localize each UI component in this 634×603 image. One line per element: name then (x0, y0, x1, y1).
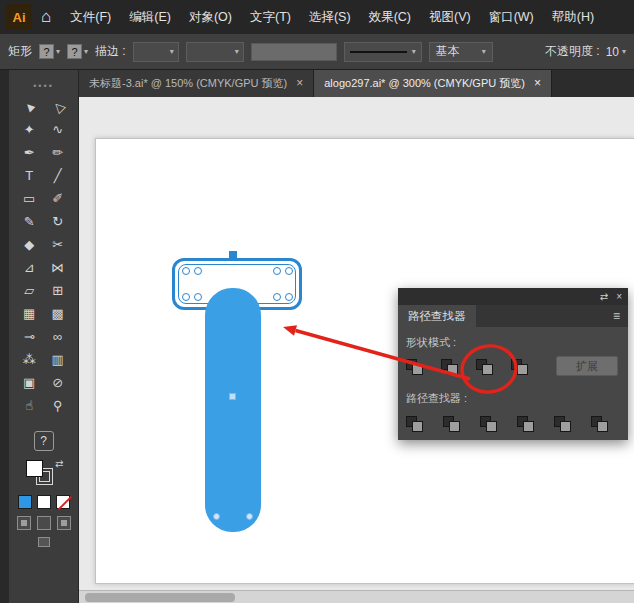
bottom-left-anchor[interactable] (213, 513, 220, 520)
outline-button[interactable] (554, 416, 576, 436)
object-menu[interactable]: 对象(O) (180, 0, 241, 34)
close-icon[interactable]: × (616, 292, 622, 302)
stroke-weight-select[interactable]: ▾ (133, 42, 179, 62)
intersect-button[interactable] (476, 359, 498, 379)
toolbar-grip[interactable]: •••• (33, 81, 54, 93)
eyedropper-tool[interactable]: ⊸ (15, 325, 44, 348)
document-tab-title[interactable]: 未标题-3.ai* @ 150% (CMYK/GPU 预览) (89, 76, 287, 91)
stroke-color-picker[interactable]: ? ▾ (67, 44, 88, 59)
corner-anchor[interactable] (273, 267, 281, 275)
hand-tool[interactable]: ☝ (15, 394, 44, 417)
fill-proxy[interactable] (26, 460, 43, 477)
merge-button[interactable] (480, 416, 502, 436)
fill-swatch[interactable]: ? (39, 44, 54, 59)
symbol-sprayer-tool[interactable]: ⁂ (15, 348, 44, 371)
draw-behind-button[interactable] (37, 516, 51, 530)
exclude-button[interactable] (511, 359, 533, 379)
color-button[interactable] (18, 495, 32, 509)
help-menu[interactable]: 帮助(H) (543, 0, 603, 34)
gradient-tool[interactable]: ▩ (44, 302, 73, 325)
bottom-right-anchor[interactable] (246, 513, 253, 520)
perspective-grid-tool[interactable]: ⊞ (44, 279, 73, 302)
shape-builder-tool[interactable]: ▱ (15, 279, 44, 302)
pen-tool[interactable]: ✒ (15, 141, 44, 164)
corner-anchor[interactable] (182, 267, 190, 275)
brush-definition-select[interactable]: ▾ (344, 42, 422, 62)
eraser-tool[interactable]: ◆ (15, 233, 44, 256)
illustrator-logo[interactable]: Ai (6, 4, 32, 30)
line-segment-tool[interactable]: ╱ (44, 164, 73, 187)
graphic-style-select[interactable]: 基本 ▾ (429, 42, 493, 62)
opacity-value[interactable]: 10 (606, 45, 619, 59)
fill-color-picker[interactable]: ? ▾ (39, 44, 60, 59)
slice-tool[interactable]: ⊘ (44, 371, 73, 394)
scrollbar-thumb[interactable] (85, 593, 235, 602)
panel-menu-icon[interactable]: ≡ (613, 309, 620, 323)
unite-button[interactable] (406, 359, 428, 379)
stroke-swatch[interactable]: ? (67, 44, 82, 59)
minus-back-button[interactable] (591, 416, 613, 436)
view-menu[interactable]: 视图(V) (420, 0, 480, 34)
center-anchor[interactable] (229, 393, 236, 400)
scissors-tool[interactable]: ✂ (44, 233, 73, 256)
overlap-squares-icon (523, 421, 534, 432)
vertical-rounded-bar[interactable] (205, 288, 261, 532)
chevron-down-icon[interactable]: ▾ (84, 47, 88, 56)
crop-button[interactable] (517, 416, 539, 436)
selection-tool[interactable]: ▲ (15, 95, 44, 118)
draw-normal-button[interactable] (17, 516, 31, 530)
trim-button[interactable] (443, 416, 465, 436)
width-tool[interactable]: ⋈ (44, 256, 73, 279)
variable-width-profile-select[interactable]: ▾ (186, 42, 244, 62)
document-tab-title[interactable]: alogo297.ai* @ 300% (CMYK/GPU 预览) (324, 76, 525, 91)
corner-anchor[interactable] (273, 293, 281, 301)
artboard-tool[interactable]: ▣ (15, 371, 44, 394)
none-button[interactable] (56, 495, 70, 509)
column-graph-tool[interactable]: ▥ (44, 348, 73, 371)
window-menu[interactable]: 窗口(W) (480, 0, 543, 34)
divide-button[interactable] (406, 416, 428, 436)
horizontal-scrollbar[interactable] (79, 590, 634, 603)
paintbrush-tool[interactable]: ✐ (44, 187, 73, 210)
screen-mode-button[interactable] (38, 537, 50, 547)
gradient-button[interactable] (37, 495, 51, 509)
document-tab-alogo297[interactable]: alogo297.ai* @ 300% (CMYK/GPU 预览) × (314, 69, 552, 97)
minus-front-button[interactable] (441, 359, 463, 379)
fill-stroke-indicator[interactable]: ⇄ (24, 458, 64, 488)
lasso-tool[interactable]: ∿ (44, 118, 73, 141)
corner-anchor[interactable] (285, 267, 293, 275)
swap-fill-stroke-icon[interactable]: ⇄ (55, 458, 63, 469)
type-tool[interactable]: T (15, 164, 44, 187)
mesh-tool[interactable]: ▦ (15, 302, 44, 325)
document-tab-untitled[interactable]: 未标题-3.ai* @ 150% (CMYK/GPU 预览) × (79, 69, 314, 97)
help-placeholder-icon[interactable]: ? (34, 431, 54, 451)
close-icon[interactable]: × (534, 76, 541, 90)
corner-anchor[interactable] (194, 267, 202, 275)
draw-inside-button[interactable] (57, 516, 71, 530)
scale-tool[interactable]: ⊿ (15, 256, 44, 279)
zoom-tool[interactable]: ⚲ (44, 394, 73, 417)
blend-tool[interactable]: ∞ (44, 325, 73, 348)
type-menu[interactable]: 文字(T) (241, 0, 300, 34)
pathfinder-tab[interactable]: 路径查找器 (398, 305, 476, 327)
opacity-select[interactable]: 10 ▾ (606, 45, 626, 59)
effect-menu[interactable]: 效果(C) (360, 0, 420, 34)
rectangle-tool[interactable]: ▭ (15, 187, 44, 210)
corner-anchor[interactable] (194, 293, 202, 301)
collapse-panel-icon[interactable]: ⇄ (600, 292, 608, 302)
corner-anchor[interactable] (182, 293, 190, 301)
chevron-down-icon[interactable]: ▾ (56, 47, 60, 56)
corner-anchor[interactable] (285, 293, 293, 301)
curvature-tool[interactable]: ✏ (44, 141, 73, 164)
select-menu[interactable]: 选择(S) (300, 0, 360, 34)
magic-wand-tool[interactable]: ✦ (15, 118, 44, 141)
file-menu[interactable]: 文件(F) (61, 0, 120, 34)
close-icon[interactable]: × (296, 76, 303, 90)
edit-menu[interactable]: 编辑(E) (120, 0, 180, 34)
home-icon[interactable]: ⌂ (41, 7, 51, 27)
expand-button[interactable]: 扩展 (556, 356, 618, 376)
top-center-handle[interactable] (229, 251, 237, 259)
direct-selection-tool[interactable]: △ (44, 95, 73, 118)
rotate-tool[interactable]: ↻ (44, 210, 73, 233)
pencil-tool[interactable]: ✎ (15, 210, 44, 233)
